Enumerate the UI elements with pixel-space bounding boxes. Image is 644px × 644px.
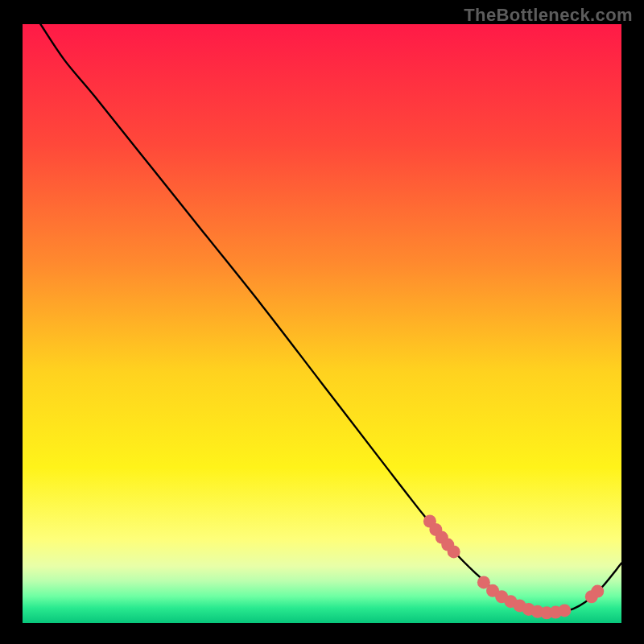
- marker-dot: [558, 604, 571, 617]
- chart-frame: TheBottleneck.com: [0, 0, 644, 644]
- plot-background: [23, 24, 621, 623]
- bottleneck-chart: [0, 0, 644, 644]
- marker-dot: [448, 545, 460, 558]
- watermark-text: TheBottleneck.com: [464, 5, 633, 26]
- marker-dot: [591, 585, 604, 598]
